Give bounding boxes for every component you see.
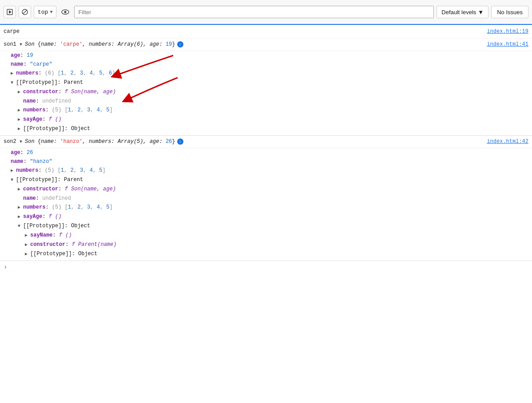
son1-constructor-row: ▶ constructor: f Son(name, age) [14, 87, 532, 97]
carpe-row: carpe index.html:19 [0, 25, 532, 39]
carpe-value: carpe [4, 27, 20, 36]
context-label: top [38, 9, 48, 16]
default-levels-button[interactable]: Default levels ▼ [437, 6, 488, 18]
son2-section: son2 ▼ Son {name: 'hanzo', numbers: Arra… [0, 135, 532, 261]
son2-proto-numbers-row: ▶ numbers: (5) [1, 2, 3, 4, 5] [14, 203, 532, 212]
no-issues-button[interactable]: No Issues [491, 6, 528, 18]
svg-marker-1 [9, 10, 12, 14]
son2-source[interactable]: index.html:42 [483, 136, 532, 147]
son2-proto1-row: ▼ [[Prototype]]: Parent [7, 175, 532, 185]
toolbar: top ▼ Default levels ▼ No Issues [0, 0, 532, 25]
son2-name-row: name: "hanzo" [7, 157, 532, 166]
son1-numbers-row: ▶ numbers: (6) [1, 2, 3, 4, 5, 6] [7, 69, 532, 78]
son1-section: son1 ▼ Son {name: 'carpe', numbers: Arra… [0, 39, 532, 135]
son1-name-row: name: "carpe" [7, 60, 532, 69]
son2-proto-name-row: name: undefined [14, 194, 532, 203]
son2-info-icon[interactable]: i [177, 138, 183, 145]
son2-proto2-row: ▼ [[Prototype]]: Object [14, 221, 532, 231]
son1-age-val: 19 [27, 51, 33, 60]
son1-source[interactable]: index.html:41 [483, 39, 532, 50]
son2-name-val: "hanzo" [30, 157, 52, 166]
console-prompt: › [0, 261, 532, 273]
son1-name-val: "carpe" [30, 60, 52, 69]
son2-proto2-expand[interactable]: ▼ [18, 222, 23, 231]
son1-proto-name-val: undefined [42, 97, 71, 106]
son1-sayage-expand[interactable]: ▶ [18, 115, 23, 124]
son1-numbers-expand[interactable]: ▶ [11, 69, 16, 78]
son1-expand-icon[interactable]: ▼ [20, 40, 25, 50]
son1-age-row: age: 19 [7, 51, 532, 60]
son2-constructor2-expand[interactable]: ▶ [25, 241, 30, 249]
son2-header-row: son2 ▼ Son {name: 'hanzo', numbers: Arra… [0, 136, 187, 148]
son2-proto3-row: ▶ [[Prototype]]: Object [21, 249, 532, 261]
son1-proto-numbers-row: ▶ numbers: (5) [1, 2, 3, 4, 5] [14, 106, 532, 115]
son1-constructor-expand[interactable]: ▶ [18, 88, 23, 97]
son2-sayname-row: ▶ sayName: f () [21, 231, 532, 240]
son2-proto-name-val: undefined [42, 194, 71, 203]
context-selector[interactable]: top ▼ [34, 6, 56, 18]
son2-constructor2-row: ▶ constructor: f Parent(name) [21, 240, 532, 249]
filter-input[interactable] [74, 6, 434, 18]
son1-body: age: 19 name: "carpe" ▶ numbers: (6) [1,… [0, 51, 532, 135]
son1-header-row: son1 ▼ Son {name: 'carpe', numbers: Arra… [0, 39, 187, 51]
son2-sayage-row: ▶ sayAge: f () [14, 212, 532, 221]
son2-constructor-row: ▶ constructor: f Son(name, age) [14, 185, 532, 194]
son2-numbers-expand[interactable]: ▶ [11, 166, 16, 175]
son1-info-icon[interactable]: i [177, 41, 183, 47]
son1-class: Son [25, 40, 38, 49]
son2-numbers-row: ▶ numbers: (5) [1, 2, 3, 4, 5] [7, 166, 532, 175]
son2-age-val: 26 [27, 148, 33, 157]
carpe-source[interactable]: index.html:19 [487, 27, 528, 36]
chevron-down-icon: ▼ [50, 10, 52, 15]
no-issues-label: No Issues [497, 9, 523, 16]
svg-line-3 [23, 10, 27, 14]
son1-proto2-row: ▶ [[Prototype]]: Object [14, 124, 532, 135]
son2-proto3-expand[interactable]: ▶ [25, 250, 30, 259]
svg-point-5 [64, 11, 67, 13]
son2-constructor-expand[interactable]: ▶ [18, 185, 23, 194]
eye-icon-button[interactable] [59, 6, 71, 18]
son2-proto1-expand[interactable]: ▼ [11, 176, 16, 185]
son1-proto1-expand[interactable]: ▼ [11, 79, 16, 87]
son2-body: age: 26 name: "hanzo" ▶ numbers: (5) [1,… [0, 148, 532, 261]
son2-sayname-expand[interactable]: ▶ [25, 231, 30, 240]
chevron-down-icon-levels: ▼ [478, 9, 484, 16]
ban-icon-button[interactable] [19, 6, 31, 18]
son2-class: Son [25, 137, 38, 146]
console-content: carpe index.html:19 son1 ▼ Son {name: 'c… [0, 25, 532, 261]
son1-proto-name-row: name: undefined [14, 97, 532, 106]
prompt-arrow-icon: › [4, 264, 7, 271]
son2-expand-icon[interactable]: ▼ [20, 137, 25, 147]
son1-proto-numbers-expand[interactable]: ▶ [18, 106, 23, 115]
son1-proto2-expand[interactable]: ▶ [18, 125, 23, 134]
son2-varname: son2 [4, 137, 20, 146]
son2-proto-numbers-expand[interactable]: ▶ [18, 203, 23, 212]
son2-sayage-expand[interactable]: ▶ [18, 213, 23, 221]
frame-toggle-button[interactable] [4, 6, 16, 18]
son1-varname: son1 [4, 40, 20, 49]
son2-age-row: age: 26 [7, 148, 532, 157]
default-levels-label: Default levels [441, 9, 476, 16]
son1-sayage-row: ▶ sayAge: f () [14, 115, 532, 124]
son1-proto1-row: ▼ [[Prototype]]: Parent [7, 78, 532, 87]
